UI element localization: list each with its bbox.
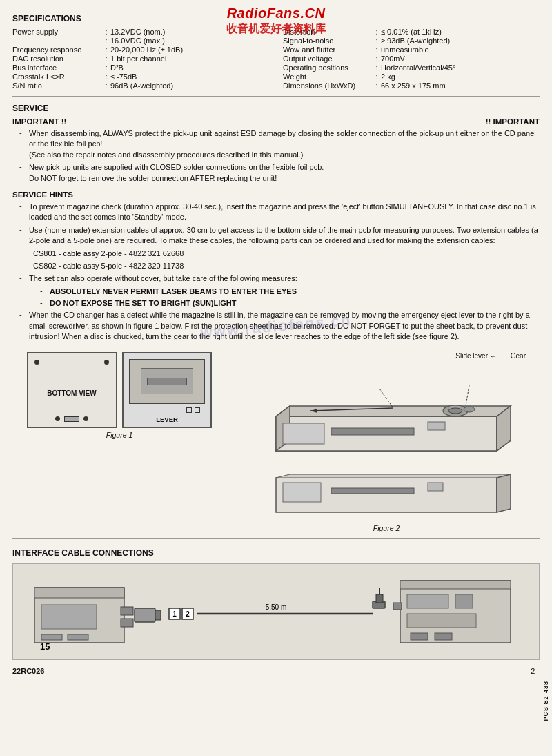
svg-rect-40: [400, 581, 511, 589]
svg-line-13: [379, 389, 393, 408]
svg-marker-17: [497, 474, 511, 512]
spec-label-dim: Dimensions (HxWxD): [283, 81, 373, 90]
connector-left: [135, 608, 161, 622]
pcs-label: PCS 82 438: [542, 681, 549, 721]
svg-rect-43: [407, 614, 476, 628]
svg-rect-19: [283, 483, 321, 502]
hint-sub-bullets: - ABSOLUTELY NEVER PERMIT LASER BEAMS TO…: [40, 287, 540, 309]
interface-title: INTERFACE CABLE CONNECTIONS: [12, 548, 540, 558]
left-device: [34, 588, 133, 643]
hint-bullet-2: - Use (home-made) extension cables of ap…: [19, 225, 540, 246]
spec-label-weight: Weight: [283, 72, 373, 81]
dot-left: [34, 360, 39, 365]
important-right: !! IMPORTANT: [486, 117, 540, 126]
spec-row-sig: Signal-to-noise : ≥ 93dB (A-weighted): [283, 37, 540, 45]
bottom-dots-row: [55, 416, 88, 422]
spec-label-freq: Frequency response: [12, 46, 102, 54]
spec-label-oppos: Operating positions: [283, 64, 373, 72]
interface-img-box: 1 2 5.50 m: [12, 563, 540, 660]
right-device: [393, 581, 511, 643]
spec-row-freq: Frequency response : 20-20,000 Hz (± 1dB…: [12, 46, 269, 54]
slide-lever-label: Slide lever ←: [455, 352, 496, 360]
svg-rect-5: [283, 423, 324, 444]
svg-text:5.50 m: 5.50 m: [266, 603, 287, 611]
specs-container: Power supply : 13.2VDC (nom.) : 16.0VDC …: [12, 28, 540, 90]
hint-cs801: CS801 - cable assy 2-pole - 4822 321 626…: [33, 249, 540, 259]
service-bullet-2: - New pick-up units are supplied with CL…: [19, 162, 540, 184]
spec-row-bus: Bus interface : D²B: [12, 64, 269, 72]
svg-rect-44: [411, 633, 428, 640]
dot-bl: [55, 416, 60, 421]
svg-rect-37: [376, 594, 383, 603]
fig2-label: Figure 2: [373, 524, 400, 532]
spec-row-power2: : 16.0VDC (max.): [12, 37, 269, 45]
svg-text:1: 1: [172, 610, 177, 618]
figure2-svg: [255, 361, 518, 472]
specs-left: Power supply : 13.2VDC (nom.) : 16.0VDC …: [12, 28, 269, 90]
spec-row-oppos: Operating positions : Horizontal/Vertica…: [283, 64, 540, 72]
watermark-top: RadioFans.CN: [227, 6, 326, 21]
svg-rect-20: [428, 483, 443, 491]
spec-label-snr: S/N ratio: [12, 81, 102, 90]
hint-sub-2: - DO NOT EXPOSE THE SET TO BRIGHT (SUN)L…: [40, 298, 540, 309]
figure2-area: Slide lever ← Gear: [233, 352, 540, 532]
interface-cable-svg: 1 2 5.50 m: [28, 567, 524, 657]
lever-label: LEVER: [156, 416, 178, 423]
important-left: IMPORTANT !!: [12, 117, 66, 126]
footer-bar: 22RC026 - 2 -: [12, 667, 540, 678]
specs-right: Distortion : ≤ 0.01% (at 1kHz) Signal-to…: [283, 28, 540, 90]
svg-rect-26: [121, 607, 133, 615]
svg-rect-41: [407, 594, 448, 608]
svg-rect-18: [331, 488, 414, 494]
svg-rect-29: [155, 610, 161, 620]
dot-br: [83, 416, 88, 421]
lever-sq2: [195, 407, 200, 413]
svg-rect-6: [428, 422, 445, 430]
lever-inner-box: [129, 359, 205, 404]
figure1-inner: BOTTOM VIEW LEVER: [27, 352, 212, 428]
spec-row-output: Output voltage : 700mV: [283, 55, 540, 63]
lever-sq1: [186, 407, 192, 413]
svg-rect-45: [435, 633, 452, 640]
svg-line-14: [466, 385, 469, 406]
slide-gear-labels: Slide lever ← Gear: [233, 352, 540, 360]
lever-checkboxes: [186, 407, 200, 413]
figure1-area: BOTTOM VIEW LEVER: [12, 352, 226, 439]
svg-point-10: [464, 407, 475, 412]
footer-center: - 2 -: [526, 667, 540, 675]
important-bar: IMPORTANT !! !! IMPORTANT: [12, 117, 540, 126]
svg-text:15: 15: [40, 641, 50, 652]
spec-label-output: Output voltage: [283, 55, 373, 63]
hint-sub-1: - ABSOLUTELY NEVER PERMIT LASER BEAMS TO…: [40, 287, 540, 297]
interface-section: INTERFACE CABLE CONNECTIONS 1: [12, 548, 540, 660]
hint-bullet-3: - The set can also operate without cover…: [19, 273, 540, 284]
gear-label: Gear: [511, 352, 526, 360]
svg-rect-22: [34, 588, 124, 598]
connector-right: [373, 588, 385, 608]
bottom-rect: [64, 416, 79, 422]
svg-marker-16: [276, 474, 511, 478]
svg-rect-7: [331, 428, 414, 435]
svg-rect-24: [41, 634, 62, 640]
lever-box: LEVER: [122, 352, 212, 428]
spec-row-weight: Weight : 2 kg: [283, 72, 540, 81]
spec-row-dac: DAC resolution : 1 bit per channel: [12, 55, 269, 63]
svg-rect-42: [455, 594, 473, 608]
svg-rect-46: [393, 603, 402, 610]
spec-label-bus: Bus interface: [12, 64, 102, 72]
spec-row-dim: Dimensions (HxWxD) : 66 x 259 x 175 mm: [283, 81, 540, 90]
spec-label-crosstalk: Crosstalk L<>R: [12, 72, 102, 81]
lever-display-inner: [147, 378, 188, 385]
bottom-view-label: BOTTOM VIEW: [47, 389, 96, 397]
bottom-view-box: BOTTOM VIEW: [27, 352, 117, 428]
divider1: [12, 96, 540, 97]
watermark-mid: 收音机爱好者资料库: [226, 22, 326, 37]
service-bullets: - When disassembling, ALWAYS protect the…: [19, 128, 540, 184]
hint-bullet-1: - To prevent magazine check (duration ap…: [19, 202, 540, 223]
divider2: [12, 538, 540, 539]
lever-display: [141, 368, 193, 394]
fig1-label: Figure 1: [106, 431, 133, 439]
service-bullet-1: - When disassembling, ALWAYS protect the…: [19, 128, 540, 160]
service-section: SERVICE IMPORTANT !! !! IMPORTANT - When…: [12, 104, 540, 184]
dot-right: [104, 360, 109, 365]
